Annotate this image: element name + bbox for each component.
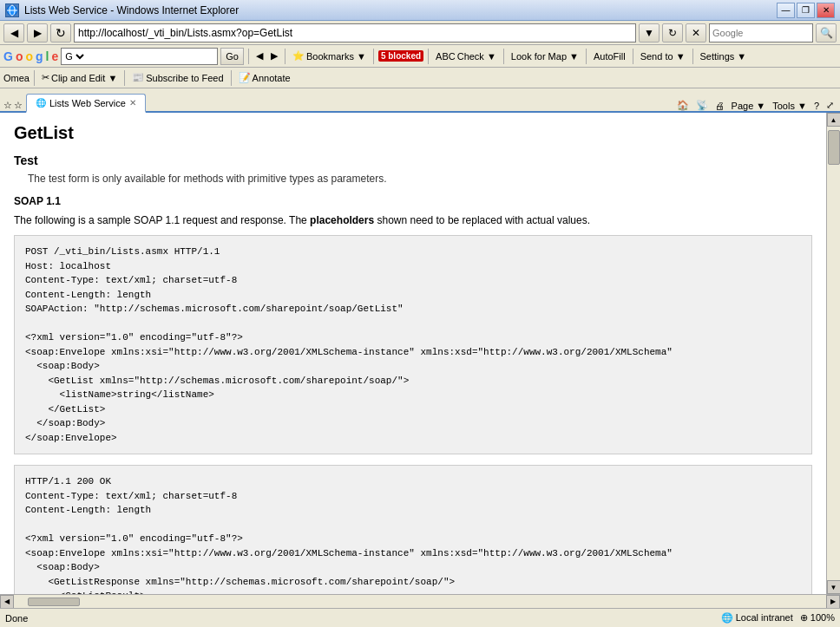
soap-intro: The following is a sample SOAP 1.1 reque… bbox=[14, 214, 812, 226]
sep1 bbox=[248, 49, 249, 64]
address-input[interactable] bbox=[78, 27, 632, 39]
scroll-track bbox=[827, 127, 840, 580]
back-button[interactable]: ◀ bbox=[3, 23, 24, 42]
ie-icon bbox=[5, 3, 19, 17]
test-section: Test The test form is only available for… bbox=[14, 153, 812, 185]
tab-bar: ☆ ☆ 🌐 Lists Web Service ✕ 🏠 📡 🖨 Page ▼ T… bbox=[0, 88, 840, 113]
address-dropdown[interactable]: ▼ bbox=[639, 23, 660, 42]
google-logo-e: e bbox=[51, 49, 58, 63]
soap-intro-end: shown need to be replaced with actual va… bbox=[377, 214, 590, 226]
content-wrapper: GetList Test The test form is only avail… bbox=[0, 113, 840, 594]
fav-star2[interactable]: ☆ bbox=[14, 100, 23, 111]
fav-star1[interactable]: ☆ bbox=[3, 100, 12, 111]
scroll-thumb[interactable] bbox=[828, 130, 840, 165]
minimize-button[interactable]: — bbox=[777, 3, 795, 18]
check-button[interactable]: ABC Check ▼ bbox=[433, 51, 499, 62]
home-button[interactable]: 🏠 bbox=[674, 100, 692, 111]
send-to-button[interactable]: Send to ▼ bbox=[638, 51, 688, 62]
maximize-button[interactable]: ❐ bbox=[797, 3, 815, 18]
soap-title: SOAP 1.1 bbox=[14, 195, 812, 207]
sep11 bbox=[231, 70, 232, 86]
sep6 bbox=[586, 49, 587, 64]
tab-icon: 🌐 bbox=[36, 98, 46, 108]
google-logo-o2: o bbox=[25, 49, 33, 63]
search-bar bbox=[709, 23, 813, 42]
tab-lists-web-service[interactable]: 🌐 Lists Web Service ✕ bbox=[26, 94, 146, 113]
title-bar: Lists Web Service - Windows Internet Exp… bbox=[0, 0, 840, 21]
google-toolbar: G o o g l e G Go ◀ ▶ ⭐ Bookmarks ▼ 5 blo… bbox=[0, 45, 840, 68]
title-bar-controls: — ❐ ✕ bbox=[777, 3, 835, 18]
feed-button[interactable]: 📡 bbox=[693, 100, 711, 111]
tools-button-tab[interactable]: Tools ▼ bbox=[770, 100, 810, 111]
bookmarks-button[interactable]: ⭐ Bookmarks ▼ bbox=[290, 50, 369, 62]
sep7 bbox=[633, 49, 633, 64]
sep9 bbox=[34, 70, 35, 86]
page-button[interactable]: Page ▼ bbox=[729, 100, 769, 111]
clip-edit-button[interactable]: ✂ Clip and Edit ▼ bbox=[39, 72, 120, 83]
sep3 bbox=[373, 49, 374, 64]
page-title: GetList bbox=[14, 123, 812, 143]
sep8 bbox=[692, 49, 693, 64]
forward-button[interactable]: ▶ bbox=[27, 23, 48, 42]
close-button[interactable]: ✕ bbox=[817, 3, 835, 18]
tab-toolbar-right: 🏠 📡 🖨 Page ▼ Tools ▼ ? ⤢ bbox=[674, 100, 837, 111]
test-title: Test bbox=[14, 153, 812, 167]
sep10 bbox=[124, 70, 125, 86]
google-logo-l: l bbox=[46, 49, 49, 63]
google-nav-back[interactable]: ◀ bbox=[253, 50, 266, 62]
stop-button[interactable]: ✕ bbox=[686, 23, 706, 42]
google-search-input[interactable] bbox=[87, 51, 217, 62]
soap-request-block: POST /_vti_bin/Lists.asmx HTTP/1.1 Host:… bbox=[14, 235, 812, 454]
settings-button[interactable]: Settings ▼ bbox=[698, 51, 750, 62]
tab-close-button[interactable]: ✕ bbox=[129, 98, 136, 108]
soap-response-block: HTTP/1.1 200 OK Content-Type: text/xml; … bbox=[14, 465, 812, 594]
google-logo-g: G bbox=[3, 49, 13, 63]
scroll-down-button[interactable]: ▼ bbox=[827, 580, 841, 594]
google-logo-g2: g bbox=[36, 49, 43, 63]
help-button[interactable]: ? bbox=[811, 100, 822, 111]
omea-label: Omea bbox=[3, 73, 30, 83]
soap-section: SOAP 1.1 The following is a sample SOAP … bbox=[14, 195, 812, 594]
vertical-scrollbar: ▲ ▼ bbox=[826, 113, 840, 594]
soap-bold-word: placeholders bbox=[310, 214, 374, 226]
test-description: The test form is only available for meth… bbox=[28, 173, 812, 185]
refresh-button[interactable]: ↻ bbox=[50, 23, 71, 42]
sep5 bbox=[503, 49, 504, 64]
google-nav-fwd[interactable]: ▶ bbox=[268, 50, 280, 62]
title-bar-left: Lists Web Service - Windows Internet Exp… bbox=[5, 3, 239, 17]
google-logo-o1: o bbox=[16, 49, 23, 63]
annotate-button[interactable]: 📝 Annotate bbox=[236, 72, 293, 83]
sep2 bbox=[285, 49, 285, 64]
google-go-button[interactable]: Go bbox=[220, 48, 244, 65]
search-input[interactable] bbox=[710, 28, 812, 38]
blocked-badge: 5 blocked bbox=[378, 50, 423, 62]
address-bar bbox=[74, 23, 636, 42]
google-search-box: G bbox=[61, 48, 218, 65]
look-for-map-button[interactable]: Look for Map ▼ bbox=[509, 51, 581, 62]
refresh-btn2[interactable]: ↻ bbox=[662, 23, 683, 42]
content-area: GetList Test The test form is only avail… bbox=[0, 113, 826, 594]
nav-bar: ◀ ▶ ↻ ▼ ↻ ✕ 🔍 bbox=[0, 21, 840, 45]
resize-button[interactable]: ⤢ bbox=[824, 100, 837, 111]
print-button[interactable]: 🖨 bbox=[712, 100, 727, 111]
google-search-dropdown[interactable]: G bbox=[62, 49, 87, 64]
page-content: GetList Test The test form is only avail… bbox=[0, 113, 826, 594]
sep4 bbox=[428, 49, 429, 64]
scroll-up-button[interactable]: ▲ bbox=[827, 113, 841, 127]
tab-label: Lists Web Service bbox=[49, 98, 126, 108]
search-button[interactable]: 🔍 bbox=[816, 23, 837, 42]
autofill-button[interactable]: AutoFill bbox=[591, 51, 628, 62]
omea-toolbar: Omea ✂ Clip and Edit ▼ 📰 Subscribe to Fe… bbox=[0, 68, 840, 88]
window-title: Lists Web Service - Windows Internet Exp… bbox=[24, 4, 239, 16]
soap-intro-text: The following is a sample SOAP 1.1 reque… bbox=[14, 214, 307, 226]
subscribe-button[interactable]: 📰 Subscribe to Feed bbox=[129, 72, 226, 83]
fav-icons: ☆ ☆ bbox=[3, 100, 23, 111]
